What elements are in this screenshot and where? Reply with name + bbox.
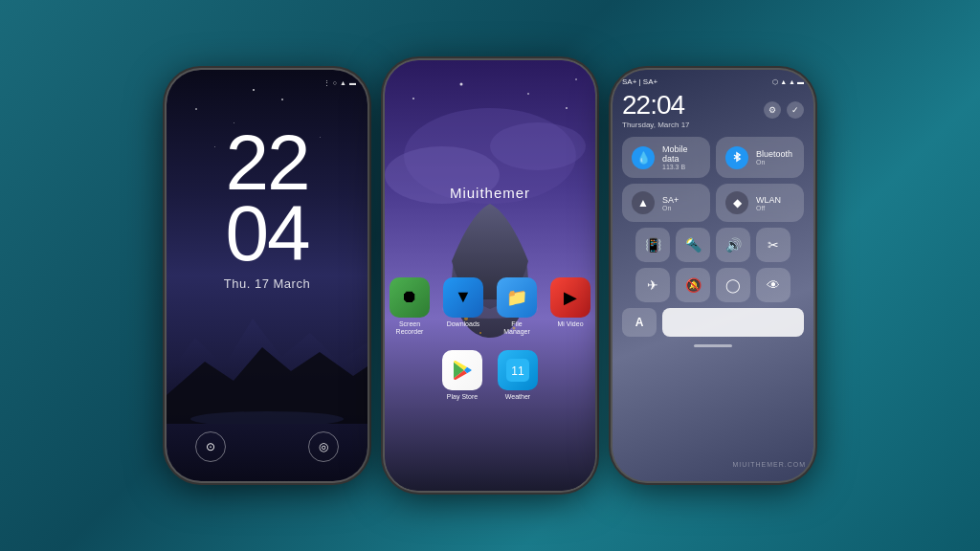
svg-point-8 [566, 107, 568, 109]
app-play-store[interactable]: Play Store [441, 350, 483, 401]
lock-hour: 22 [225, 127, 308, 198]
cc-text-row: A [622, 308, 804, 337]
app-weather[interactable]: 11 Weather [497, 350, 539, 401]
svg-point-4 [490, 122, 586, 170]
cc-nfc-icon[interactable]: ◯ [716, 268, 750, 302]
wallpaper [385, 60, 595, 491]
cc-edit-icon[interactable]: ✓ [787, 101, 804, 119]
cc-content: SA+ | SA+ ⬡ ▲ ▲ ▬ 22:04 Thursday, March … [622, 77, 804, 347]
control-center-screen: SA+ | SA+ ⬡ ▲ ▲ ▬ 22:04 Thursday, March … [612, 70, 813, 481]
svg-point-9 [575, 78, 577, 80]
svg-point-7 [527, 93, 529, 95]
wifi-icon: ○ [333, 79, 337, 87]
cc-crop-icon[interactable]: ✂ [756, 228, 791, 262]
homescreen: 22:05 ⬡ ▲ ▲ ▬ Miuithemer ⏺ ScreenRecorde… [385, 60, 595, 491]
mi-video-icon: ▶ [550, 277, 590, 318]
cc-datetime-row: 22:04 Thursday, March 17 ⚙ ✓ [622, 90, 804, 129]
cc-mobile-data-label: Mobile data [662, 144, 701, 164]
phone-middle: 22:05 ⬡ ▲ ▲ ▬ Miuithemer ⏺ ScreenRecorde… [385, 60, 595, 491]
cc-sa-label: SA+ [662, 195, 701, 205]
cc-vibrate-icon[interactable]: 📳 [635, 228, 670, 262]
downloads-icon: ▼ [443, 277, 483, 318]
cc-bluetooth-label: Bluetooth [756, 149, 794, 159]
cc-volume-icon[interactable]: 🔊 [716, 228, 750, 262]
weather-label: Weather [505, 393, 530, 401]
cc-mobile-data-value: 113.3 B [662, 164, 701, 170]
bluetooth-icon: ⋮ [323, 79, 330, 87]
status-bar: ⋮ ○ ▲ ▬ [167, 79, 368, 87]
cc-mute-icon[interactable]: 🔕 [676, 268, 710, 302]
cc-bluetooth-status-icon: ⬡ [772, 78, 778, 86]
app-row-2: Play Store 11 Weather [404, 350, 576, 401]
cc-small-tiles-row2: ✈ 🔕 ◯ 👁 [622, 268, 804, 302]
app-downloads[interactable]: ▼ Downloads [443, 277, 483, 337]
cc-sa-value: On [662, 205, 701, 211]
cc-sa-info: SA+ On [662, 195, 701, 211]
watermark: MIUITHEMER.COM [732, 461, 806, 468]
cc-tile-wlan[interactable]: ◆ WLAN Off [716, 184, 804, 222]
lock-date: Thu. 17 March [224, 276, 310, 291]
phone-left: ⋮ ○ ▲ ▬ 22 04 Thu. 17 March [167, 70, 368, 481]
cc-flashlight-icon[interactable]: 🔦 [676, 228, 710, 262]
cc-small-tiles-row1: 📳 🔦 🔊 ✂ [622, 228, 804, 262]
phone-right: SA+ | SA+ ⬡ ▲ ▲ ▬ 22:04 Thursday, March … [612, 70, 813, 481]
cc-carrier: SA+ | SA+ [622, 77, 657, 86]
cc-tile-mobile-data[interactable]: 💧 Mobile data 113.3 B [622, 137, 710, 178]
cc-main-tiles: 💧 Mobile data 113.3 B [622, 137, 804, 222]
cc-settings-icon[interactable]: ⚙ [764, 101, 781, 119]
svg-point-6 [460, 83, 463, 86]
weather-icon: 11 [498, 350, 538, 390]
cc-wlan-info: WLAN Off [756, 195, 794, 211]
cc-wlan-icon: ◆ [725, 191, 748, 214]
cc-tile-bluetooth[interactable]: Bluetooth On [716, 137, 804, 178]
cc-bluetooth-info: Bluetooth On [756, 149, 794, 165]
cc-status-icons: ⬡ ▲ ▲ ▬ [772, 78, 804, 86]
cc-bluetooth-value: On [756, 159, 794, 165]
downloads-label: Downloads [447, 320, 480, 328]
cc-signal-status-icon: ▲ [789, 78, 795, 85]
lock-left-icon[interactable]: ⊙ [195, 431, 226, 462]
cc-eye-icon[interactable]: 👁 [756, 268, 791, 302]
cc-wlan-value: Off [756, 205, 794, 211]
lock-right-icon[interactable]: ◎ [308, 431, 339, 462]
app-grid: ⏺ ScreenRecorder ▼ Downloads 📁 FileManag… [385, 277, 595, 414]
unlock-icon: ◎ [319, 440, 328, 453]
signal-icon: ▲ [340, 79, 346, 87]
camera-shortcut-icon: ⊙ [206, 440, 215, 453]
cc-status-bar: SA+ | SA+ ⬡ ▲ ▲ ▬ [622, 77, 804, 86]
cc-datetime-left: 22:04 Thursday, March 17 [622, 90, 690, 129]
svg-point-5 [412, 98, 414, 99]
cc-date: Thursday, March 17 [622, 121, 690, 129]
screen-recorder-icon: ⏺ [390, 277, 430, 318]
svg-text:11: 11 [511, 364, 524, 378]
cc-datetime-icons: ⚙ ✓ [764, 101, 804, 119]
screen-recorder-label: ScreenRecorder [396, 320, 424, 337]
cc-text-field[interactable] [662, 308, 804, 337]
cc-mobile-data-icon: 💧 [632, 146, 655, 169]
battery-icon: ▬ [349, 79, 356, 87]
file-manager-icon: 📁 [497, 277, 537, 318]
app-mi-video[interactable]: ▶ Mi Video [550, 277, 590, 337]
file-manager-label: FileManager [503, 320, 530, 337]
cc-wifi-status-icon: ▲ [780, 78, 787, 85]
lock-clock: 22 04 [225, 127, 308, 269]
app-file-manager[interactable]: 📁 FileManager [497, 277, 537, 337]
cc-home-indicator [694, 344, 732, 347]
cc-mobile-data-info: Mobile data 113.3 B [662, 144, 701, 170]
lock-minute: 04 [225, 198, 308, 269]
cc-time: 22:04 [622, 90, 690, 121]
cc-tile-sa[interactable]: ▲ SA+ On [622, 184, 710, 222]
cc-text-btn[interactable]: A [622, 308, 657, 337]
play-store-icon [442, 350, 482, 390]
app-row-1: ⏺ ScreenRecorder ▼ Downloads 📁 FileManag… [404, 277, 576, 337]
cc-airplane-icon[interactable]: ✈ [635, 268, 670, 302]
play-store-label: Play Store [447, 393, 478, 401]
lock-bottom-controls: ⊙ ◎ [167, 431, 368, 462]
cc-battery-status-icon: ▬ [797, 78, 804, 85]
mountain-decoration [167, 290, 368, 424]
lockscreen: ⋮ ○ ▲ ▬ 22 04 Thu. 17 March [167, 70, 368, 481]
cc-sa-icon: ▲ [632, 191, 655, 214]
cc-wlan-label: WLAN [756, 195, 794, 205]
mi-video-label: Mi Video [557, 320, 583, 328]
app-screen-recorder[interactable]: ⏺ ScreenRecorder [390, 277, 430, 337]
